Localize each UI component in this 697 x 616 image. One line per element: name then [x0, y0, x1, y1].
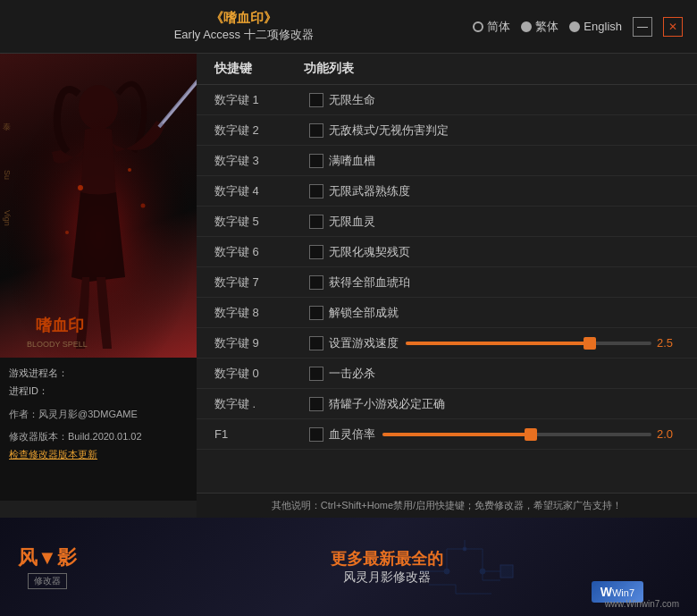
checkbox-8[interactable]: [309, 306, 323, 320]
game-info: 游戏进程名： 进程ID： 作者：风灵月影@3DMGAME 修改器版本：Build…: [0, 358, 197, 471]
trainer-row-10: 数字键 0 一击必杀: [197, 359, 697, 389]
author-row: 作者：风灵月影@3DMGAME: [9, 406, 188, 424]
col-key-header: 快捷键: [214, 61, 304, 77]
func-2: 无敌模式/无视伤害判定: [329, 122, 679, 139]
process-id-row: 进程ID：: [9, 383, 188, 401]
top-bar: 《嗜血印》 Early Access 十二项修改器 简体 繁体 English …: [0, 0, 697, 54]
trainer-row-9: 数字键 9 设置游戏速度 2.5: [197, 328, 697, 359]
character-artwork: 嗜血印 BLOODY SPELL 泰 Su Vign: [0, 54, 197, 358]
trainer-header: 快捷键 功能列表: [197, 54, 697, 85]
blood-slider-thumb[interactable]: [525, 428, 537, 441]
svg-point-12: [480, 569, 485, 574]
banner-logo: 风▼影 修改器: [18, 544, 77, 589]
func-1: 无限生命: [329, 92, 679, 108]
trainer-row-f1: F1 血灵倍率 2.0: [197, 419, 697, 450]
speed-slider-track: [406, 342, 651, 345]
checkbox-9[interactable]: [309, 336, 323, 350]
key-6: 数字键 6: [214, 244, 304, 260]
func-8: 解锁全部成就: [329, 305, 679, 321]
key-f1: F1: [214, 427, 304, 441]
version-row: 修改器版本：Build.2020.01.02: [9, 428, 188, 446]
trainer-row-6: 数字键 6 无限化魂契残页: [197, 237, 697, 267]
checkbox-1[interactable]: [309, 93, 323, 107]
trainer-panel: 快捷键 功能列表 数字键 1 无限生命 数字键 2 无敌模式/无视伤害判定 数字…: [197, 54, 697, 518]
svg-point-13: [463, 547, 466, 551]
svg-point-1: [79, 85, 118, 130]
title-en: Early Access 十二项修改器: [14, 27, 473, 43]
banner-tagline: 更多最新最全的 风灵月影修改器: [95, 548, 679, 586]
checkbox-7[interactable]: [309, 275, 323, 290]
tagline-main: 更多最新最全的: [95, 548, 679, 570]
key-3: 数字键 3: [214, 153, 304, 169]
trainer-row-4: 数字键 4 无限武器熟练度: [197, 176, 697, 207]
svg-point-11: [444, 569, 449, 574]
speed-slider-container: 2.5: [406, 336, 679, 350]
lang-simplified[interactable]: 简体: [473, 19, 510, 35]
trainer-row-2: 数字键 2 无敌模式/无视伤害判定: [197, 115, 697, 146]
blood-slider-track: [382, 433, 651, 436]
svg-point-5: [141, 204, 146, 208]
title-cn: 《嗜血印》: [14, 10, 473, 27]
func-9: 设置游戏速度 2.5: [329, 335, 679, 351]
app-window: 《嗜血印》 Early Access 十二项修改器 简体 繁体 English …: [0, 0, 697, 616]
trainer-row-8: 数字键 8 解锁全部成就: [197, 298, 697, 328]
key-1: 数字键 1: [214, 92, 304, 108]
left-panel: 嗜血印 BLOODY SPELL 泰 Su Vign 游戏进程名： 进程ID： …: [0, 54, 197, 501]
svg-point-4: [65, 231, 69, 234]
key-4: 数字键 4: [214, 183, 304, 199]
checkbox-2[interactable]: [309, 123, 323, 138]
radio-simplified: [473, 21, 483, 32]
banner-bg: 风▼影 修改器 更多最新最全的 风灵月影修改器 WWin7 www.Winwin…: [0, 518, 697, 616]
trainer-row-7: 数字键 7 获得全部血琥珀: [197, 267, 697, 298]
checkbox-4[interactable]: [309, 184, 323, 198]
svg-text:嗜血印: 嗜血印: [36, 316, 84, 334]
circuit-decoration: [411, 531, 518, 612]
speed-slider-value: 2.5: [657, 336, 679, 350]
func-7: 获得全部血琥珀: [329, 274, 679, 291]
logo-sub: 修改器: [28, 573, 67, 589]
checkbox-6[interactable]: [309, 245, 323, 259]
close-button[interactable]: ✕: [663, 17, 683, 37]
key-9: 数字键 9: [214, 335, 304, 351]
svg-text:Vign: Vign: [3, 210, 12, 226]
svg-point-2: [78, 185, 83, 190]
key-0: 数字键 0: [214, 366, 304, 382]
checkbox-3[interactable]: [309, 154, 323, 168]
speed-slider-fill: [406, 342, 590, 345]
trainer-row-11: 数字键 . 猜罐子小游戏必定正确: [197, 389, 697, 419]
lang-traditional[interactable]: 繁体: [521, 19, 558, 35]
func-6: 无限化魂契残页: [329, 244, 679, 260]
checkbox-5[interactable]: [309, 215, 323, 229]
checkbox-f1[interactable]: [309, 427, 323, 442]
blood-slider-value: 2.0: [657, 427, 679, 441]
minimize-button[interactable]: —: [633, 17, 652, 37]
svg-text:Su: Su: [3, 170, 12, 180]
checkbox-11[interactable]: [309, 397, 323, 411]
trainer-row-1: 数字键 1 无限生命: [197, 85, 697, 115]
logo-text: 风▼影: [18, 544, 77, 571]
check-update-link[interactable]: 检查修改器版本更新: [9, 449, 97, 460]
func-10: 一击必杀: [329, 366, 679, 382]
func-3: 满嗜血槽: [329, 153, 679, 169]
lang-english[interactable]: English: [569, 20, 622, 33]
func-11: 猜罐子小游戏必定正确: [329, 396, 679, 412]
key-dot: 数字键 .: [214, 396, 304, 412]
trainer-row-5: 数字键 5 无限血灵: [197, 207, 697, 237]
svg-rect-14: [500, 565, 513, 578]
func-5: 无限血灵: [329, 214, 679, 230]
blood-slider-fill: [382, 433, 531, 436]
speed-slider-thumb[interactable]: [584, 337, 596, 350]
bottom-note: 其他说明：Ctrl+Shift+Home禁用/启用快捷键；免费修改器，希望玩家广…: [197, 493, 697, 518]
key-7: 数字键 7: [214, 274, 304, 291]
blood-slider-container: 2.0: [382, 427, 679, 441]
game-art: 嗜血印 BLOODY SPELL 泰 Su Vign: [0, 54, 197, 358]
trainer-row-3: 数字键 3 满嗜血槽: [197, 146, 697, 176]
col-func-header: 功能列表: [304, 61, 679, 77]
banner-area: 风▼影 修改器 更多最新最全的 风灵月影修改器 WWin7 www.Winwin…: [0, 518, 697, 616]
key-8: 数字键 8: [214, 305, 304, 321]
svg-text:BLOODY SPELL: BLOODY SPELL: [27, 340, 88, 349]
language-selector: 简体 繁体 English — ✕: [473, 17, 683, 37]
title-area: 《嗜血印》 Early Access 十二项修改器: [14, 10, 473, 43]
checkbox-10[interactable]: [309, 367, 323, 381]
key-2: 数字键 2: [214, 122, 304, 139]
